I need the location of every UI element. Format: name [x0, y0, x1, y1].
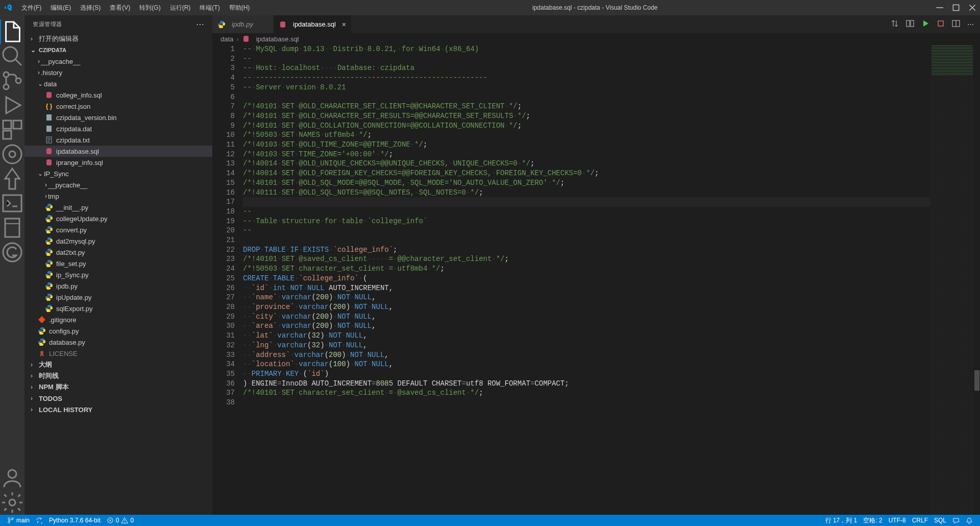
- editor-tab[interactable]: ipdatabase.sql×: [274, 15, 352, 33]
- file-item[interactable]: dat2mysql.py: [24, 235, 212, 247]
- code-line[interactable]: /*!40103·SET·@OLD_TIME_ZONE=@@TIME_ZONE·…: [243, 140, 930, 150]
- run-icon[interactable]: [921, 19, 929, 29]
- code-line[interactable]: /*!40103·SET·TIME_ZONE='+00:00'·*/;: [243, 150, 930, 159]
- code-line[interactable]: CREATE·TABLE·`college_info`·(: [243, 274, 930, 283]
- code-content[interactable]: --·MySQL·dump·10.13··Distrib·8.0.21,·for…: [243, 44, 930, 515]
- breadcrumb-item[interactable]: data: [220, 35, 233, 43]
- code-line[interactable]: ··`city`·varchar(200)·NOT·NULL,: [243, 312, 930, 322]
- debug-icon[interactable]: [0, 93, 24, 117]
- breadcrumb[interactable]: data › ipdatabase.sql: [212, 33, 980, 44]
- compare-icon[interactable]: [891, 19, 899, 29]
- folder-item[interactable]: ›__pycache__: [24, 56, 212, 67]
- file-item[interactable]: ipdb.py: [24, 280, 212, 292]
- indentation[interactable]: 空格: 2: [860, 516, 885, 525]
- code-line[interactable]: ··`lng`·varchar(32)·NOT·NULL,: [243, 341, 930, 350]
- code-line[interactable]: --·MySQL·dump·10.13··Distrib·8.0.21,·for…: [243, 44, 930, 54]
- search-icon[interactable]: [0, 44, 24, 68]
- code-line[interactable]: /*!40101·SET·character_set_client·=·@sav…: [243, 388, 930, 398]
- account-icon[interactable]: [0, 466, 24, 490]
- grammarly-icon[interactable]: [0, 240, 24, 265]
- folder-item[interactable]: ›.history: [24, 67, 212, 78]
- menu-item[interactable]: 查看(V): [106, 2, 134, 14]
- file-item[interactable]: dat2txt.py: [24, 247, 212, 258]
- extensions-icon[interactable]: [0, 117, 24, 142]
- code-line[interactable]: --: [243, 226, 930, 235]
- bell-icon[interactable]: [963, 516, 976, 525]
- close-icon[interactable]: [969, 4, 976, 11]
- file-item[interactable]: sqlExport.py: [24, 303, 212, 314]
- menu-item[interactable]: 文件(F): [17, 2, 45, 14]
- cursor-position[interactable]: 行 17，列 1: [822, 516, 861, 525]
- encoding[interactable]: UTF-8: [886, 516, 909, 525]
- file-item[interactable]: file_set.py: [24, 258, 212, 269]
- scrollbar[interactable]: [973, 33, 980, 515]
- file-item[interactable]: __init__.py: [24, 202, 212, 213]
- file-item[interactable]: ipUpdate.py: [24, 292, 212, 303]
- menu-item[interactable]: 帮助(H): [225, 2, 254, 14]
- settings-icon[interactable]: [0, 490, 24, 515]
- explorer-icon[interactable]: [0, 19, 24, 44]
- code-line[interactable]: /*!40014·SET·@OLD_FOREIGN_KEY_CHECKS=@@F…: [243, 169, 930, 178]
- file-item[interactable]: convert.py: [24, 224, 212, 235]
- code-line[interactable]: /*!40101·SET·@OLD_CHARACTER_SET_CLIENT=@…: [243, 102, 930, 111]
- eol[interactable]: CRLF: [909, 516, 931, 525]
- code-line[interactable]: ··`location`·varchar(100)·NOT·NULL,: [243, 360, 930, 369]
- more-icon[interactable]: ⋯: [967, 20, 974, 28]
- section-local-history[interactable]: ›LOCAL HISTORY: [24, 404, 212, 415]
- folder-item[interactable]: ⌄IP_Sync: [24, 168, 212, 179]
- tree-icon[interactable]: [0, 166, 24, 191]
- code-line[interactable]: ··`id`·int·NOT·NULL AUTO_INCREMENT,: [243, 283, 930, 293]
- stop-icon[interactable]: [937, 19, 945, 29]
- code-line[interactable]: ··`lat`·varchar(32)·NOT·NULL,: [243, 331, 930, 341]
- branch-indicator[interactable]: main: [4, 517, 33, 524]
- code-line[interactable]: --·Host:·localhost····Database:·czipdata: [243, 63, 930, 73]
- file-item[interactable]: ip_Sync.py: [24, 269, 212, 280]
- code-line[interactable]: ··`address`·varchar(200)·NOT·NULL,: [243, 350, 930, 360]
- file-item[interactable]: czipdata_version.bin: [24, 112, 212, 123]
- code-line[interactable]: /*!50503·SET·NAMES·utf8mb4·*/;: [243, 130, 930, 140]
- code-line[interactable]: /*!40101·SET·@OLD_SQL_MODE=@@SQL_MODE,·S…: [243, 178, 930, 188]
- section-timeline[interactable]: ›时间线: [24, 370, 212, 381]
- file-item[interactable]: configs.py: [24, 325, 212, 337]
- more-icon[interactable]: ⋯: [196, 19, 205, 29]
- maximize-icon[interactable]: [952, 4, 960, 11]
- code-line[interactable]: DROP·TABLE·IF·EXISTS·`college_info`;: [243, 245, 930, 255]
- code-line[interactable]: --: [243, 54, 930, 64]
- device-icon[interactable]: [0, 216, 24, 240]
- problems-indicator[interactable]: 0 0: [104, 517, 137, 524]
- close-icon[interactable]: ×: [342, 20, 346, 29]
- file-item[interactable]: czipdata.dat: [24, 123, 212, 134]
- file-item[interactable]: ipdatabase.sql: [24, 146, 212, 157]
- diff-icon[interactable]: [906, 19, 914, 29]
- sync-icon[interactable]: [33, 517, 46, 524]
- code-line[interactable]: ··`name`·varchar(200)·NOT·NULL,: [243, 293, 930, 302]
- menu-item[interactable]: 编辑(E): [46, 2, 75, 14]
- minimize-icon[interactable]: [936, 4, 943, 11]
- code-line[interactable]: [243, 235, 930, 245]
- editor-tab[interactable]: ipdb.py: [212, 15, 274, 33]
- file-item[interactable]: college_info.sql: [24, 89, 212, 101]
- folder-item[interactable]: ›tmp: [24, 190, 212, 202]
- file-item[interactable]: LICENSE: [24, 348, 212, 359]
- code-line[interactable]: /*!40101·SET·@saved_cs_client·····=·@@ch…: [243, 254, 930, 264]
- section-npm[interactable]: ›NPM 脚本: [24, 381, 212, 393]
- section-open-editors[interactable]: ›打开的编辑器: [24, 33, 212, 44]
- terminal-icon[interactable]: [0, 191, 24, 216]
- folder-item[interactable]: ⌄data: [24, 78, 212, 89]
- file-item[interactable]: collegeUpdate.py: [24, 213, 212, 224]
- code-line[interactable]: ··`area`·varchar(200)·NOT·NULL,: [243, 321, 930, 331]
- file-item[interactable]: database.py: [24, 337, 212, 348]
- file-item[interactable]: czipdata.txt: [24, 134, 212, 146]
- code-line[interactable]: --: [243, 207, 930, 217]
- section-project[interactable]: ⌄CZIPDATA: [24, 44, 212, 56]
- feedback-icon[interactable]: [949, 516, 963, 525]
- code-line[interactable]: [243, 92, 930, 102]
- code-editor[interactable]: 1234567891011121314151617181920212223242…: [212, 44, 980, 515]
- code-line[interactable]: [243, 398, 930, 408]
- code-line[interactable]: /*!40014·SET·@OLD_UNIQUE_CHECKS=@@UNIQUE…: [243, 159, 930, 169]
- code-line[interactable]: )·ENGINE=InnoDB AUTO_INCREMENT=8085 DEFA…: [243, 379, 930, 389]
- split-icon[interactable]: [952, 19, 960, 29]
- file-item[interactable]: { }correct.json: [24, 101, 212, 112]
- code-line[interactable]: --·Server·version·8.0.21: [243, 83, 930, 92]
- language-mode[interactable]: SQL: [931, 516, 949, 525]
